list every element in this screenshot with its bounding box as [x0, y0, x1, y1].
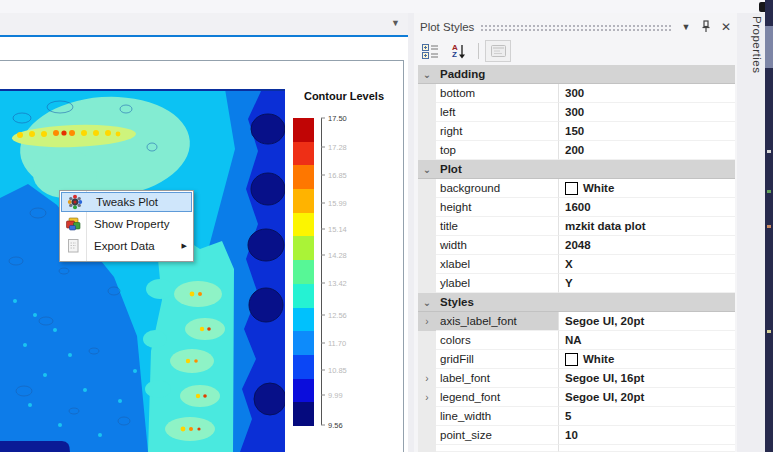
legend-tick: 15.99 [321, 199, 347, 208]
plot-styles-panel: Plot Styles ▼ ✕ [414, 13, 737, 452]
property-row-gridfill[interactable]: gridFill White [418, 350, 735, 369]
export-data-icon [60, 238, 86, 254]
window-edge-strip [765, 0, 773, 452]
category-row-styles[interactable]: ⌄ Styles [418, 293, 735, 312]
panel-menu-arrow-icon[interactable]: ▼ [679, 22, 693, 32]
property-value[interactable]: 300 [558, 84, 735, 103]
property-value[interactable]: 200 [558, 141, 735, 160]
property-value[interactable]: Segoe UI, 20pt [558, 388, 735, 407]
contour-legend: Contour Levels 17.50 17.28 16.85 15.99 1… [287, 90, 407, 440]
property-row-partial [418, 445, 735, 452]
property-value[interactable]: mzkit data plot [558, 217, 735, 236]
property-row-left[interactable]: left 300 [418, 103, 735, 122]
expand-chevron-icon[interactable]: › [418, 388, 436, 407]
property-row-colors[interactable]: colors NA [418, 331, 735, 350]
property-name: gridFill [436, 350, 558, 369]
property-row-label-font[interactable]: › label_font Segoe UI, 16pt [418, 369, 735, 388]
legend-tick: 16.85 [321, 171, 347, 180]
property-name: right [436, 122, 558, 141]
app-window: ▼ [0, 0, 773, 452]
contour-plot-canvas [0, 89, 285, 452]
property-value[interactable]: NA [558, 331, 735, 350]
plot-frame-border [0, 60, 404, 61]
collapse-chevron-icon[interactable]: ⌄ [418, 65, 436, 83]
property-value[interactable]: Segoe UI, 20pt [558, 312, 735, 331]
property-row-height[interactable]: height 1600 [418, 198, 735, 217]
property-name: height [436, 198, 558, 217]
contour-plot-image[interactable] [0, 89, 285, 452]
tweaks-gear-icon [62, 194, 88, 210]
menu-item-show-property[interactable]: Show Property [60, 213, 193, 235]
toolbar-separator [478, 43, 479, 59]
legend-tick: 15.14 [321, 225, 347, 234]
property-row-top[interactable]: top 200 [418, 141, 735, 160]
property-name: axis_label_font [436, 312, 558, 331]
context-menu: Tweaks Plot Show Property [59, 190, 194, 262]
pin-icon[interactable] [699, 20, 713, 35]
property-name: ylabel [436, 274, 558, 293]
property-value[interactable]: 1600 [558, 198, 735, 217]
document-tab-strip: ▼ [0, 13, 408, 35]
property-value[interactable]: Y [558, 274, 735, 293]
legend-tick: 12.56 [321, 311, 347, 320]
property-value[interactable]: White [558, 350, 735, 369]
property-name: left [436, 103, 558, 122]
property-row-right[interactable]: right 150 [418, 122, 735, 141]
property-name: colors [436, 331, 558, 350]
sort-alphabetical-icon[interactable]: A Z [446, 41, 472, 61]
legend-color-segment [293, 355, 314, 379]
property-row-background[interactable]: background White [418, 179, 735, 198]
legend-color-segment [293, 308, 314, 332]
property-name: bottom [436, 84, 558, 103]
legend-color-segment [293, 402, 314, 426]
expand-chevron-icon[interactable]: › [418, 312, 436, 331]
property-row-title[interactable]: title mzkit data plot [418, 217, 735, 236]
collapse-chevron-icon[interactable]: ⌄ [418, 293, 436, 311]
property-name: point_size [436, 426, 558, 445]
menu-item-export-data[interactable]: Export Data ▶ [60, 235, 193, 257]
legend-title: Contour Levels [287, 90, 401, 102]
legend-color-bar [293, 118, 314, 426]
panel-drag-dots [480, 24, 673, 32]
menu-item-tweaks-plot[interactable]: Tweaks Plot [61, 192, 192, 212]
legend-tick: 17.28 [321, 143, 347, 152]
property-row-line-width[interactable]: line_width 5 [418, 407, 735, 426]
property-value[interactable]: White [558, 179, 735, 198]
document-list-dropdown-icon[interactable]: ▼ [391, 18, 400, 28]
property-row-xlabel[interactable]: xlabel X [418, 255, 735, 274]
show-property-icon [60, 216, 86, 232]
property-value[interactable]: 5 [558, 407, 735, 426]
property-row-bottom[interactable]: bottom 300 [418, 84, 735, 103]
legend-color-segment [293, 165, 314, 189]
property-value[interactable]: 10 [558, 426, 735, 445]
close-icon[interactable]: ✕ [719, 20, 733, 34]
property-row-legend-font[interactable]: › legend_font Segoe UI, 20pt [418, 388, 735, 407]
property-pages-icon [485, 40, 511, 62]
property-row-point-size[interactable]: point_size 10 [418, 426, 735, 445]
property-row-axis-label-font[interactable]: › axis_label_font Segoe UI, 20pt [418, 312, 735, 331]
property-value[interactable]: Segoe UI, 16pt [558, 369, 735, 388]
legend-axis-line [321, 118, 322, 425]
property-row-width[interactable]: width 2048 [418, 236, 735, 255]
property-value[interactable]: 150 [558, 122, 735, 141]
property-value[interactable]: 300 [558, 103, 735, 122]
tab-properties-vertical[interactable]: Properties [741, 16, 763, 106]
legend-tick: 13.42 [321, 279, 347, 288]
property-grid: ⌄ Padding bottom 300 left 300 right 150 … [418, 65, 735, 452]
category-row-padding[interactable]: ⌄ Padding [418, 65, 735, 84]
panel-title-bar[interactable]: Plot Styles ▼ ✕ [420, 18, 733, 36]
legend-color-segment [293, 236, 314, 260]
property-value[interactable]: X [558, 255, 735, 274]
property-name: legend_font [436, 388, 558, 407]
property-value[interactable]: 2048 [558, 236, 735, 255]
category-label: Styles [436, 293, 474, 311]
collapse-chevron-icon[interactable]: ⌄ [418, 160, 436, 178]
expand-chevron-icon[interactable]: › [418, 369, 436, 388]
category-row-plot[interactable]: ⌄ Plot [418, 160, 735, 179]
category-label: Plot [436, 160, 462, 178]
panel-toolbar: A Z [418, 40, 511, 62]
categorized-icon[interactable] [418, 41, 442, 61]
legend-tick: 9.56 [321, 421, 343, 430]
legend-tick: 14.28 [321, 251, 347, 260]
property-row-ylabel[interactable]: ylabel Y [418, 274, 735, 293]
